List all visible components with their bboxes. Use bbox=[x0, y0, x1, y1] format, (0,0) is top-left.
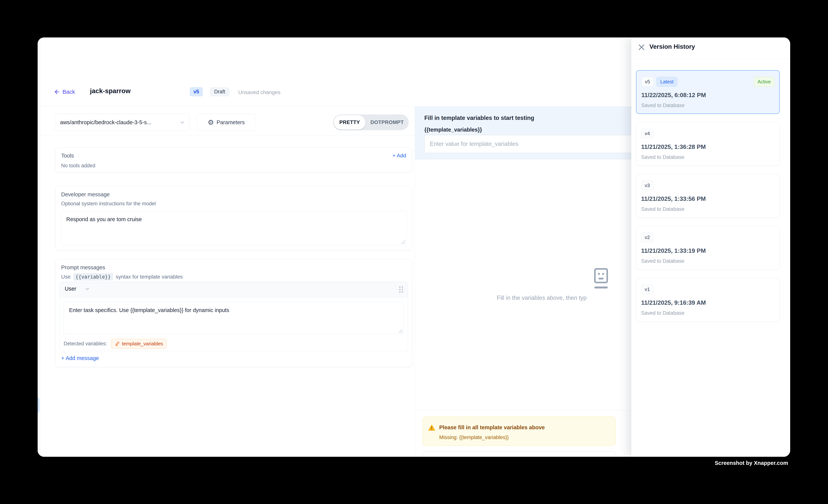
latest-badge: Latest bbox=[657, 77, 677, 87]
version-badges: v4 bbox=[641, 129, 653, 138]
hint-prefix: Use bbox=[61, 274, 71, 280]
parameters-button[interactable]: ⚙ Parameters bbox=[197, 114, 256, 131]
version-status: Saved to Database bbox=[641, 206, 685, 212]
template-variable-label: {{template_variables}} bbox=[424, 127, 482, 133]
toggle-dotprompt[interactable]: DOTPROMPT bbox=[366, 115, 409, 130]
resize-grip-icon[interactable] bbox=[401, 240, 405, 244]
edit-pencil-icon bbox=[115, 341, 120, 346]
version-timestamp: 11/21/2025, 1:33:19 PM bbox=[641, 247, 706, 254]
model-select[interactable]: aws/anthropic/bedrock-claude-3-5-s... bbox=[55, 114, 189, 131]
variable-syntax-chip: {{variable}} bbox=[73, 273, 113, 281]
version-timestamp: 11/21/2025, 9:16:39 AM bbox=[641, 299, 706, 306]
version-card[interactable]: v5 Latest Active 11/22/2025, 6:08:12 PM … bbox=[636, 70, 780, 114]
version-number-badge: v5 bbox=[641, 77, 654, 87]
chevron-down-icon bbox=[84, 286, 90, 292]
bot-face-icon bbox=[590, 267, 612, 290]
format-toggle: PRETTY DOTPROMPT bbox=[333, 115, 409, 130]
tools-card: Tools + Add No tools added bbox=[55, 148, 412, 172]
version-status: Saved to Database bbox=[641, 258, 685, 264]
screen: Back jack-sparrow v5 Draft Unsaved chang… bbox=[0, 0, 828, 504]
version-status: Saved to Database bbox=[641, 102, 685, 109]
prompt-message-block: User Enter task specifics. Use {{templat… bbox=[59, 282, 408, 351]
warning-banner: Please fill in all template variables ab… bbox=[422, 417, 615, 446]
left-edge-strip bbox=[38, 37, 41, 457]
left-edge-indicator bbox=[38, 398, 40, 413]
toggle-pretty[interactable]: PRETTY bbox=[334, 115, 366, 129]
prompt-messages-card: Prompt messages Use {{variable}} syntax … bbox=[55, 259, 412, 367]
resize-grip-icon[interactable] bbox=[398, 329, 402, 333]
close-icon[interactable] bbox=[637, 43, 646, 51]
version-badges: v5 Latest bbox=[641, 77, 677, 87]
back-label: Back bbox=[63, 89, 75, 95]
prompt-messages-title: Prompt messages bbox=[61, 264, 105, 270]
prompt-message-input[interactable]: Enter task specifics. Use {{template_var… bbox=[64, 302, 404, 334]
version-card[interactable]: v2 11/21/2025, 1:33:19 PM Saved to Datab… bbox=[636, 226, 780, 270]
parameters-label: Parameters bbox=[217, 119, 245, 126]
hint-suffix: syntax for template variables bbox=[116, 274, 183, 280]
active-badge: Active bbox=[754, 77, 774, 87]
detected-variables-row: Detected variables: template_variables bbox=[64, 339, 167, 348]
version-number-badge: v2 bbox=[641, 233, 653, 242]
version-timestamp: 11/21/2025, 1:36:28 PM bbox=[641, 143, 706, 151]
role-select[interactable]: User bbox=[65, 286, 90, 292]
version-badges: v1 bbox=[641, 285, 653, 294]
version-card[interactable]: v1 11/21/2025, 9:16:39 AM Saved to Datab… bbox=[636, 278, 780, 322]
template-variables-title: Fill in template variables to start test… bbox=[424, 115, 534, 121]
tools-empty-text: No tools added bbox=[61, 163, 95, 169]
version-status: Saved to Database bbox=[641, 310, 685, 316]
detected-variable-chip[interactable]: template_variables bbox=[111, 339, 167, 348]
developer-message-card: Developer message Optional system instru… bbox=[55, 186, 412, 250]
draft-badge: Draft bbox=[210, 87, 230, 96]
version-number-badge: v1 bbox=[641, 285, 653, 294]
version-number-badge: v4 bbox=[641, 129, 653, 138]
developer-message-subtitle: Optional system instructions for the mod… bbox=[61, 201, 156, 207]
warning-detail: Missing: {{template_variables}} bbox=[439, 434, 509, 440]
version-badges: v3 bbox=[641, 181, 653, 190]
version-timestamp: 11/22/2025, 6:08:12 PM bbox=[641, 92, 706, 99]
watermark-text: Screenshot by Xnapper.com bbox=[715, 460, 788, 466]
version-history-title: Version History bbox=[650, 43, 695, 50]
drag-handle-icon[interactable] bbox=[399, 287, 403, 292]
role-select-value: User bbox=[65, 286, 76, 292]
developer-message-title: Developer message bbox=[61, 192, 110, 198]
arrow-left-icon bbox=[54, 89, 60, 95]
detected-variable-name: template_variables bbox=[122, 341, 163, 347]
gear-icon: ⚙ bbox=[208, 119, 214, 126]
empty-state-text: Fill in the variables above, then typ bbox=[497, 295, 587, 301]
detected-variables-label: Detected variables: bbox=[64, 341, 107, 347]
page-title: jack-sparrow bbox=[90, 87, 131, 95]
version-card[interactable]: v3 11/21/2025, 1:33:56 PM Saved to Datab… bbox=[636, 174, 780, 218]
chat-input-card[interactable] bbox=[422, 452, 615, 457]
add-tool-button[interactable]: + Add bbox=[392, 153, 406, 159]
add-message-button[interactable]: + Add message bbox=[61, 355, 99, 361]
unsaved-changes-text: Unsaved changes bbox=[238, 89, 280, 95]
version-timestamp: 11/21/2025, 1:33:56 PM bbox=[641, 195, 706, 202]
toolbar-divider bbox=[38, 135, 415, 136]
version-badge: v5 bbox=[190, 87, 203, 96]
version-badges: v2 bbox=[641, 233, 653, 242]
template-syntax-hint: Use {{variable}} syntax for template var… bbox=[61, 273, 183, 281]
tools-title: Tools bbox=[61, 153, 74, 159]
warning-triangle-icon bbox=[428, 424, 436, 431]
version-number-badge: v3 bbox=[641, 181, 653, 190]
app-window: Back jack-sparrow v5 Draft Unsaved chang… bbox=[38, 37, 790, 457]
developer-message-input[interactable]: Respond as you are tom cruise bbox=[61, 211, 407, 245]
version-history-divider bbox=[631, 58, 790, 59]
version-history-panel: Version History v5 Latest Active 11/22/2… bbox=[631, 37, 790, 457]
version-status: Saved to Database bbox=[641, 154, 685, 160]
chevron-down-icon bbox=[179, 120, 185, 126]
model-select-value: aws/anthropic/bedrock-claude-3-5-s... bbox=[60, 119, 151, 126]
version-card[interactable]: v4 11/21/2025, 1:36:28 PM Saved to Datab… bbox=[636, 122, 780, 166]
warning-title: Please fill in all template variables ab… bbox=[439, 424, 545, 431]
message-header: User bbox=[59, 282, 408, 298]
back-button[interactable]: Back bbox=[54, 89, 75, 95]
